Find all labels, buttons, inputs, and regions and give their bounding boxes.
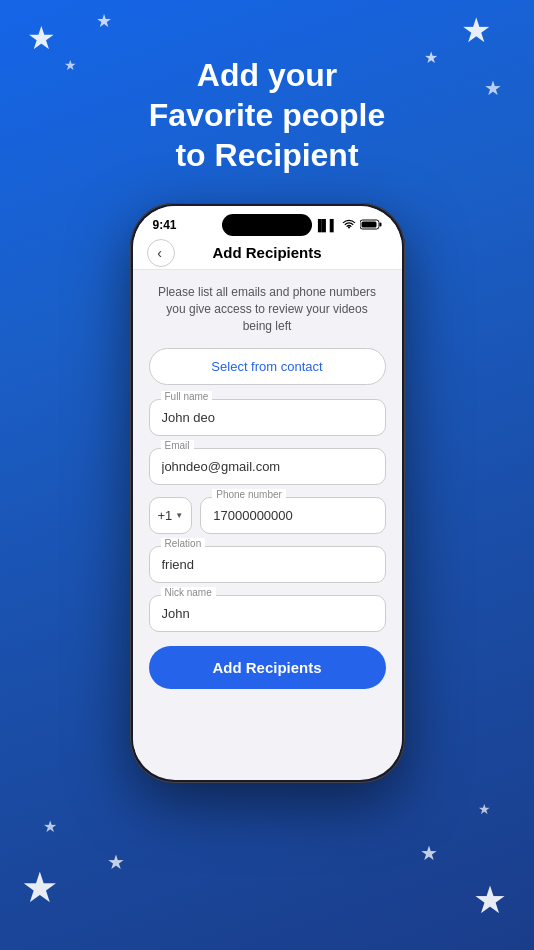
star-11: ★ bbox=[420, 841, 438, 865]
dynamic-island bbox=[222, 214, 312, 236]
nick-name-label: Nick name bbox=[161, 587, 216, 598]
dropdown-arrow-icon: ▼ bbox=[175, 511, 183, 520]
phone-frame: 9:41 ▐▌▌ ‹ Add Recipients bbox=[130, 203, 405, 783]
subtitle-text: Please list all emails and phone numbers… bbox=[149, 284, 386, 334]
full-name-label: Full name bbox=[161, 391, 213, 402]
email-input[interactable] bbox=[149, 448, 386, 485]
full-name-input[interactable] bbox=[149, 399, 386, 436]
relation-label: Relation bbox=[161, 538, 206, 549]
battery-icon bbox=[360, 219, 382, 232]
nick-name-field-group: Nick name bbox=[149, 595, 386, 632]
phone-screen: 9:41 ▐▌▌ ‹ Add Recipients bbox=[133, 206, 402, 780]
content-area: Please list all emails and phone numbers… bbox=[133, 270, 402, 759]
star-12: ★ bbox=[478, 801, 491, 817]
phone-number-label: Phone number bbox=[212, 489, 286, 500]
wifi-icon bbox=[342, 219, 356, 232]
relation-input[interactable] bbox=[149, 546, 386, 583]
svg-rect-1 bbox=[379, 222, 381, 226]
star-7: ★ bbox=[21, 863, 59, 912]
phone-number-row: +1 ▼ Phone number bbox=[149, 497, 386, 534]
country-code-value: +1 bbox=[158, 508, 173, 523]
hero-section: Add your Favorite people to Recipient bbox=[0, 0, 534, 175]
back-chevron-icon: ‹ bbox=[157, 245, 162, 261]
country-code-selector[interactable]: +1 ▼ bbox=[149, 497, 193, 534]
star-9: ★ bbox=[43, 817, 57, 836]
nick-name-input[interactable] bbox=[149, 595, 386, 632]
phone-mockup: 9:41 ▐▌▌ ‹ Add Recipients bbox=[0, 203, 534, 783]
nav-title: Add Recipients bbox=[212, 244, 321, 261]
status-time: 9:41 bbox=[153, 218, 177, 232]
status-icons: ▐▌▌ bbox=[314, 219, 381, 232]
hero-title: Add your Favorite people to Recipient bbox=[0, 55, 534, 175]
phone-input-wrapper: Phone number bbox=[200, 497, 385, 534]
add-recipients-button[interactable]: Add Recipients bbox=[149, 646, 386, 689]
nav-bar: ‹ Add Recipients bbox=[133, 236, 402, 270]
select-from-contact-button[interactable]: Select from contact bbox=[149, 348, 386, 385]
relation-field-group: Relation bbox=[149, 546, 386, 583]
signal-icon: ▐▌▌ bbox=[314, 219, 337, 231]
email-label: Email bbox=[161, 440, 194, 451]
email-field-group: Email bbox=[149, 448, 386, 485]
star-8: ★ bbox=[107, 850, 125, 874]
full-name-field-group: Full name bbox=[149, 399, 386, 436]
back-button[interactable]: ‹ bbox=[147, 239, 175, 267]
svg-rect-2 bbox=[361, 221, 376, 227]
phone-number-input[interactable] bbox=[200, 497, 385, 534]
star-10: ★ bbox=[473, 878, 507, 922]
